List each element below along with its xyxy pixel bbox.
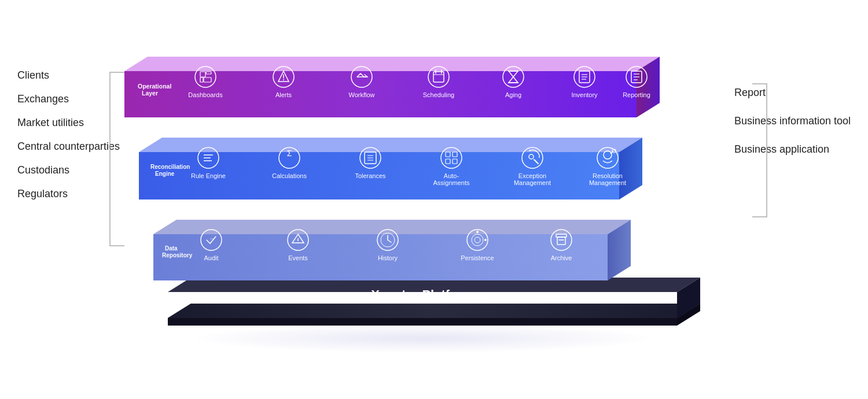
svg-text:Repository: Repository bbox=[162, 252, 193, 258]
svg-text:Operational: Operational bbox=[138, 83, 171, 90]
svg-marker-77 bbox=[124, 57, 660, 71]
svg-marker-2 bbox=[168, 304, 700, 318]
svg-text:Alerts: Alerts bbox=[275, 91, 292, 98]
svg-text:Dashboards: Dashboards bbox=[188, 91, 223, 98]
svg-text:Archive: Archive bbox=[551, 254, 572, 261]
svg-text:Persistence: Persistence bbox=[461, 254, 494, 261]
svg-text:Engine: Engine bbox=[155, 171, 175, 177]
svg-point-91 bbox=[283, 79, 284, 80]
svg-text:Data: Data bbox=[165, 245, 178, 252]
left-label-market: Market utilities bbox=[17, 117, 120, 129]
svg-text:Xceptor Platform: Xceptor Platform bbox=[371, 287, 473, 302]
left-label-regulators: Regulators bbox=[17, 188, 120, 200]
svg-text:Calculations: Calculations bbox=[272, 172, 307, 179]
left-label-central: Central counterparties bbox=[17, 141, 120, 153]
svg-text:Scheduling: Scheduling bbox=[423, 91, 454, 98]
svg-text:Management: Management bbox=[514, 179, 551, 186]
architecture-diagram: Xceptor Platform Data Repository Audit bbox=[122, 9, 746, 390]
svg-text:Reconciliation: Reconciliation bbox=[150, 164, 190, 170]
svg-text:Auto-: Auto- bbox=[444, 172, 459, 179]
svg-text:Audit: Audit bbox=[204, 254, 218, 261]
svg-text:Assignments: Assignments bbox=[433, 179, 470, 186]
left-label-clients: Clients bbox=[17, 69, 120, 82]
svg-text:Workflow: Workflow bbox=[348, 91, 374, 98]
left-label-exchanges: Exchanges bbox=[17, 93, 120, 105]
svg-text:Layer: Layer bbox=[142, 90, 158, 97]
svg-point-33 bbox=[484, 239, 487, 241]
svg-marker-11 bbox=[153, 220, 631, 234]
svg-text:Exception: Exception bbox=[518, 172, 546, 179]
svg-text:Events: Events bbox=[288, 254, 308, 261]
svg-text:Rule Engine: Rule Engine bbox=[191, 172, 226, 179]
left-label-custodians: Custodians bbox=[17, 164, 120, 176]
svg-text:Management: Management bbox=[589, 179, 626, 186]
svg-text:History: History bbox=[378, 254, 398, 261]
svg-point-32 bbox=[476, 231, 479, 233]
svg-text:Reporting: Reporting bbox=[623, 91, 650, 98]
diagram-container: Clients Exchanges Market utilities Centr… bbox=[0, 0, 868, 399]
left-labels: Clients Exchanges Market utilities Centr… bbox=[17, 69, 120, 200]
svg-text:Resolution: Resolution bbox=[593, 172, 623, 179]
svg-point-22 bbox=[297, 242, 299, 243]
svg-text:Σ: Σ bbox=[287, 149, 292, 158]
svg-text:Inventory: Inventory bbox=[571, 91, 598, 98]
svg-point-7 bbox=[191, 324, 654, 353]
right-bracket-icon bbox=[749, 81, 770, 220]
svg-text:Tolerances: Tolerances bbox=[355, 172, 386, 179]
svg-text:Aging: Aging bbox=[505, 91, 521, 98]
